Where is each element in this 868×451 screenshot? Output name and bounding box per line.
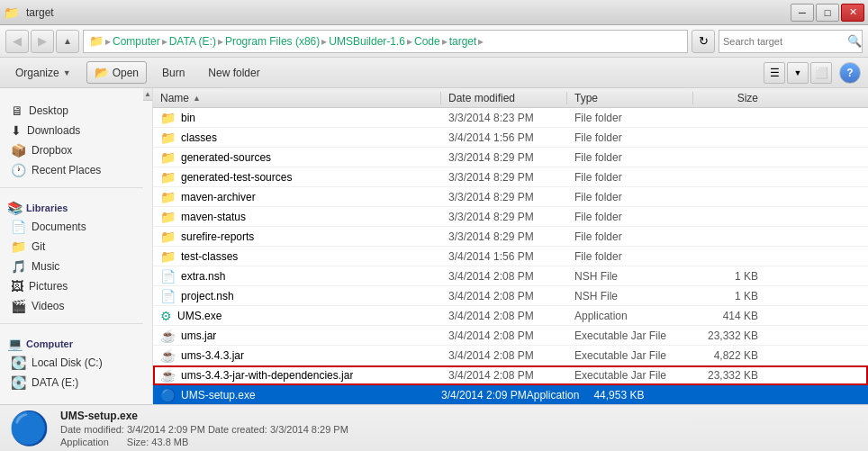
table-row[interactable]: 📁 bin 3/3/2014 8:23 PM File folder (153, 108, 868, 128)
file-type-cell: Application (567, 310, 693, 322)
nav-buttons: ◀ ▶ ▲ (5, 30, 79, 53)
sidebar-item-pictures[interactable]: 🖼 Pictures (0, 276, 143, 296)
file-name-cell: 📁 classes (153, 131, 441, 145)
sidebar-item-desktop-label: Desktop (29, 104, 68, 117)
status-file-icon: 🔵 (9, 410, 50, 447)
sidebar-item-recent[interactable]: 🕐 Recent Places (0, 160, 143, 180)
forward-button[interactable]: ▶ (31, 30, 54, 53)
table-row[interactable]: 📄 project.nsh 3/4/2014 2:08 PM NSH File … (153, 286, 868, 306)
open-button[interactable]: 📂 Open (86, 61, 147, 84)
organize-button[interactable]: Organize ▼ (7, 62, 79, 84)
search-input[interactable] (723, 36, 847, 47)
view-preview-button[interactable]: ⬜ (810, 62, 832, 84)
file-name-cell: 📁 test-classes (153, 249, 441, 264)
data-drive-icon: 💽 (11, 375, 26, 390)
sidebar-scroll-up[interactable]: ▲ (143, 88, 152, 101)
minimize-button[interactable]: ─ (791, 4, 814, 22)
table-row[interactable]: 🔵 UMS-setup.exe 3/4/2014 2:09 PM Applica… (153, 385, 868, 404)
table-row[interactable]: 📁 maven-archiver 3/3/2014 8:29 PM File f… (153, 187, 868, 207)
sidebar-item-dropbox[interactable]: 📦 Dropbox (0, 140, 143, 160)
sidebar-item-recent-label: Recent Places (32, 164, 101, 176)
path-computer[interactable]: Computer (113, 35, 160, 48)
table-row[interactable]: ☕ ums-3.4.3.jar 3/4/2014 2:08 PM Executa… (153, 346, 868, 365)
libraries-section: 📚 Libraries 📄 Documents 📁 Git 🎵 Music 🖼 (0, 192, 143, 320)
refresh-button[interactable]: ↻ (692, 30, 715, 53)
table-row[interactable]: ⚙ UMS.exe 3/4/2014 2:08 PM Application 4… (153, 306, 868, 326)
sidebar-item-documents[interactable]: 📄 Documents (0, 217, 143, 237)
col-name-header[interactable]: Name ▲ (153, 92, 441, 104)
sidebar-item-music[interactable]: 🎵 Music (0, 257, 143, 276)
file-list: 📁 bin 3/3/2014 8:23 PM File folder 📁 cla… (153, 108, 868, 404)
table-row[interactable]: 📁 generated-test-sources 3/3/2014 8:29 P… (153, 167, 868, 187)
recent-icon: 🕐 (11, 163, 26, 177)
new-folder-button[interactable]: New folder (200, 62, 267, 84)
view-details-button[interactable]: ☰ (764, 62, 785, 84)
sidebar-item-local-disk[interactable]: 💽 Local Disk (C:) (0, 353, 143, 373)
music-icon: 🎵 (11, 259, 26, 274)
sidebar-item-desktop[interactable]: 🖥 Desktop (0, 101, 143, 121)
pictures-icon: 🖼 (11, 279, 23, 293)
view-arrow-button[interactable]: ▼ (787, 62, 809, 84)
path-code[interactable]: Code (414, 35, 440, 48)
path-sep-3: ▸ (321, 35, 327, 48)
search-box[interactable]: 🔍 (719, 30, 863, 53)
path-sep-6: ▸ (478, 35, 484, 48)
file-name-cell: 📁 bin (153, 111, 441, 125)
sidebar-item-data-drive-label: DATA (E:) (32, 376, 78, 389)
file-type-cell: File folder (567, 211, 693, 223)
up-button[interactable]: ▲ (56, 30, 79, 53)
file-name-text: UMS-setup.exe (181, 389, 256, 401)
close-button[interactable]: ✕ (841, 4, 864, 22)
table-row[interactable]: ☕ ums-3.4.3-jar-with-dependencies.jar 3/… (153, 365, 868, 385)
file-date-cell: 3/4/2014 1:56 PM (441, 131, 567, 144)
sidebar-item-git[interactable]: 📁 Git (0, 237, 143, 257)
help-button[interactable]: ? (839, 62, 861, 84)
path-icon: 📁 (89, 34, 104, 48)
organize-arrow: ▼ (63, 68, 71, 77)
file-size-cell: 1 KB (693, 290, 765, 302)
file-name-text: classes (181, 131, 217, 144)
table-row[interactable]: 📁 surefire-reports 3/3/2014 8:29 PM File… (153, 227, 868, 247)
burn-button[interactable]: Burn (154, 62, 193, 84)
sidebar-item-videos[interactable]: 🎬 Videos (0, 296, 143, 316)
address-bar: ◀ ▶ ▲ 📁 ▸ Computer ▸ DATA (E:) ▸ Program… (0, 25, 868, 58)
type-col-label: Type (574, 92, 598, 104)
col-type-header[interactable]: Type (567, 92, 693, 104)
col-date-header[interactable]: Date modified (441, 92, 567, 104)
table-row[interactable]: 📁 classes 3/4/2014 1:56 PM File folder (153, 128, 868, 148)
table-row[interactable]: 📄 extra.nsh 3/4/2014 2:08 PM NSH File 1 … (153, 266, 868, 286)
file-name-text: ums.jar (181, 329, 216, 342)
file-type-cell: Executable Jar File (567, 329, 693, 342)
path-data[interactable]: DATA (E:) (169, 35, 216, 48)
sidebar-item-git-label: Git (32, 240, 45, 253)
sidebar-inner: 🖥 Desktop ⬇ Downloads 📦 Dropbox 🕐 Recent… (0, 97, 152, 396)
sidebar-item-dropbox-label: Dropbox (32, 144, 72, 157)
sidebar-item-local-disk-label: Local Disk (C:) (32, 356, 103, 369)
col-size-header[interactable]: Size (693, 92, 765, 104)
path-target[interactable]: target (449, 35, 477, 48)
status-file-details: Date modified: 3/4/2014 2:09 PM Date cre… (60, 424, 348, 435)
file-name-text: maven-archiver (181, 191, 256, 203)
address-path[interactable]: 📁 ▸ Computer ▸ DATA (E:) ▸ Program Files… (83, 30, 688, 53)
libraries-icon: 📚 (7, 201, 23, 215)
sidebar-item-videos-label: Videos (32, 300, 64, 312)
table-row[interactable]: 📁 maven-status 3/3/2014 8:29 PM File fol… (153, 207, 868, 227)
file-type-icon: 📁 (160, 249, 176, 264)
file-name-text: UMS.exe (177, 310, 222, 322)
table-row[interactable]: 📁 test-classes 3/4/2014 1:56 PM File fol… (153, 247, 868, 266)
path-program[interactable]: Program Files (x86) (225, 35, 320, 48)
file-type-icon: ☕ (160, 348, 176, 363)
title-bar-controls: ─ □ ✕ (791, 4, 864, 22)
file-type-cell: Executable Jar File (567, 349, 693, 362)
table-row[interactable]: 📁 generated-sources 3/3/2014 8:29 PM Fil… (153, 148, 868, 167)
sidebar-item-data-drive[interactable]: 💽 DATA (E:) (0, 373, 143, 392)
file-date-cell: 3/3/2014 8:29 PM (441, 151, 567, 164)
sidebar-item-downloads[interactable]: ⬇ Downloads (0, 121, 143, 140)
downloads-icon: ⬇ (11, 123, 22, 138)
table-row[interactable]: ☕ ums.jar 3/4/2014 2:08 PM Executable Ja… (153, 326, 868, 346)
path-ums[interactable]: UMSBuilder-1.6 (329, 35, 405, 48)
maximize-button[interactable]: □ (816, 4, 839, 22)
back-button[interactable]: ◀ (5, 30, 29, 53)
sidebar-item-music-label: Music (32, 260, 59, 273)
name-col-label: Name (160, 92, 189, 104)
